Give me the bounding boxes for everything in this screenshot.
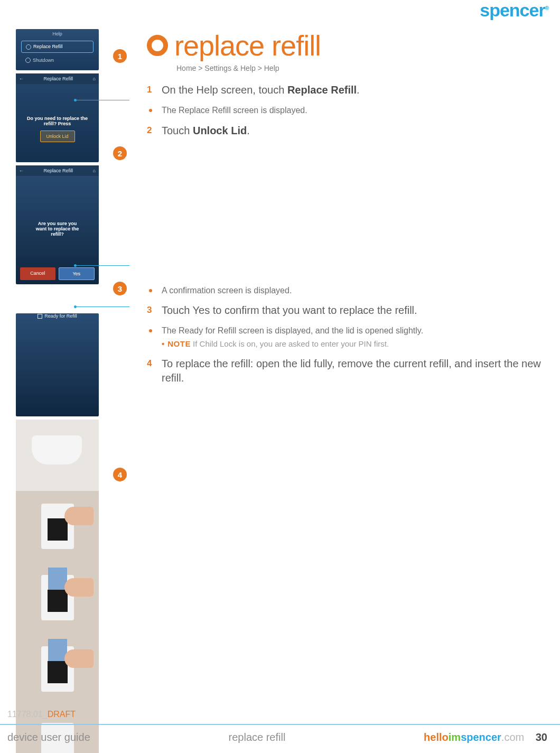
step-2: 2 Touch Unlock Lid. xyxy=(147,124,547,138)
document-id: 11778.01_DRAFT xyxy=(7,710,76,719)
connector-line xyxy=(77,265,129,266)
photo-remove-refill xyxy=(16,491,99,562)
instruction-list: 1 On the Help screen, touch Replace Refi… xyxy=(147,83,547,138)
screenshot-2: ← Replace Refill ⌂ Do you need to replac… xyxy=(16,73,99,162)
badge-3: 3 xyxy=(113,282,127,295)
screenshot-4: Ready for Refill xyxy=(16,313,99,416)
footer-center: replace refill xyxy=(229,731,286,743)
step-3: 3 Touch Yes to confirm that you want to … xyxy=(147,303,547,318)
step-4: 4 To replace the refill: open the lid fu… xyxy=(147,357,547,385)
photo-insert-refill-1 xyxy=(16,562,99,634)
badge-4: 4 xyxy=(113,468,127,481)
result-1: The Replace Refill screen is displayed. xyxy=(147,105,547,116)
screenshot-column: Help Replace Refill Shutdown ← Replace R… xyxy=(8,29,127,753)
home-icon: ⌂ xyxy=(93,168,96,173)
photo-insert-refill-2 xyxy=(16,634,99,705)
section-ring-icon xyxy=(147,35,168,56)
shot1-replace-refill: Replace Refill xyxy=(21,41,94,53)
shot2-unlock-lid-button: Unlock Lid xyxy=(40,131,75,142)
result-3: The Ready for Refill screen is displayed… xyxy=(147,325,547,349)
badge-2: 2 xyxy=(113,146,127,160)
result-2: A confirmation screen is displayed. xyxy=(147,285,547,296)
screenshot-1: Help Replace Refill Shutdown xyxy=(16,29,99,70)
shot3-prompt: Are you sure you want to replace the ref… xyxy=(16,221,99,237)
photo-lid-open xyxy=(16,420,99,491)
badge-1: 1 xyxy=(113,49,127,63)
step-1: 1 On the Help screen, touch Replace Refi… xyxy=(147,83,547,97)
note-child-lock: •NOTE If Child Lock is on, you are asked… xyxy=(162,339,423,349)
home-icon: ⌂ xyxy=(93,76,96,81)
footer-right: helloimspencer.com 30 xyxy=(424,731,547,743)
instruction-list-2: A confirmation screen is displayed. 3 To… xyxy=(147,285,547,385)
shot3-yes-button: Yes xyxy=(59,267,95,280)
shot2-prompt: Do you need to replace the refill? Press xyxy=(16,116,99,126)
page-footer: device user guide replace refill helloim… xyxy=(0,724,560,753)
breadcrumb: Home > Settings & Help > Help xyxy=(176,64,547,72)
brand-logo: spencer® xyxy=(480,0,548,21)
shot2-header: ← Replace Refill ⌂ xyxy=(16,73,99,84)
screenshot-3: ← Replace Refill ⌂ Are you sure you want… xyxy=(16,165,99,284)
shot3-header: ← Replace Refill ⌂ xyxy=(16,165,99,176)
shot1-shutdown: Shutdown xyxy=(21,55,94,66)
back-arrow-icon: ← xyxy=(19,76,24,81)
connector-line xyxy=(77,100,129,100)
shot1-header: Help xyxy=(16,29,99,39)
back-arrow-icon: ← xyxy=(19,168,24,173)
shot4-ready: Ready for Refill xyxy=(16,313,99,319)
page-title: replace refill xyxy=(174,29,321,62)
footer-left: device user guide xyxy=(7,731,90,743)
instructions-column: replace refill Home > Settings & Help > … xyxy=(127,29,547,753)
connector-line xyxy=(77,306,129,307)
shot3-cancel-button: Cancel xyxy=(20,267,55,280)
